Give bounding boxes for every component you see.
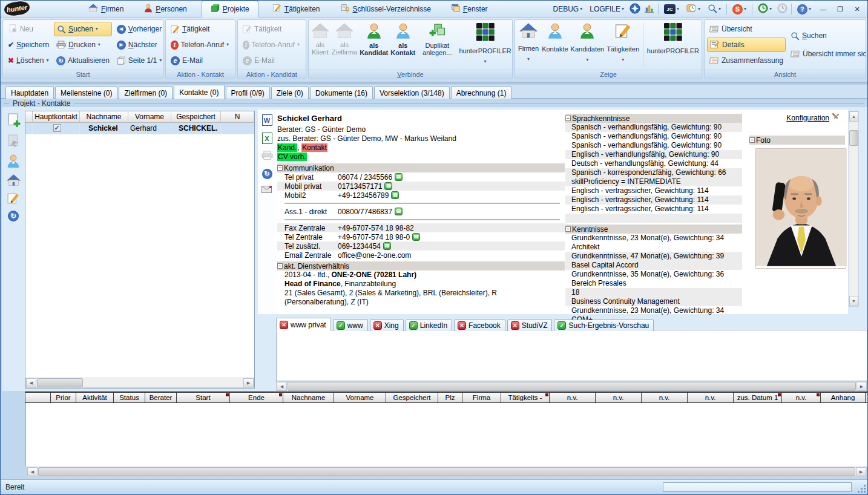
grid-column-gespeichert[interactable]: Gespeichert [386,393,438,402]
menu-schlüssel-verzeichnisse[interactable]: Schlüssel-Verzeichnisse [335,1,437,17]
grid-column-berater[interactable]: Berater [145,393,177,402]
tab-ziele-0[interactable]: Ziele (0) [271,87,309,99]
chart-icon[interactable] [644,3,654,15]
menu-firmen[interactable]: Firmen [82,1,130,16]
als-zielfirma-button[interactable]: als Zielfirma [332,22,357,70]
dial-phone-icon[interactable]: ☎ [395,208,403,215]
naechster-button[interactable]: ▶Nächster [114,38,163,52]
column-header-nachname[interactable]: Nachname [80,111,128,122]
tab-dokumente-16[interactable]: Dokumente (16) [310,87,373,99]
collapse-icon[interactable]: − [277,165,283,171]
menu-tätigkeiten[interactable]: Tätigkeiten [267,1,326,16]
dial-phone-icon[interactable]: ☎ [412,233,420,241]
zeige-firmen-button[interactable]: Firmen▾ [518,22,539,70]
zeige-taetigkeiten-button[interactable]: Tätigkeiten▾ [607,22,639,70]
menu-projekte[interactable]: Projekte [202,1,258,18]
collapse-icon[interactable]: − [749,137,755,143]
drucken-button[interactable]: Drucken▾ [54,38,112,52]
uebersicht-button[interactable]: Übersicht [707,22,786,36]
sprachkenntnisse-section-header[interactable]: −Sprachkenntnisse [565,114,742,123]
column-header-selector[interactable] [25,111,33,122]
restore-button[interactable]: ❐ [833,4,847,15]
contact-person-icon[interactable] [7,154,20,170]
column-header-gespeichert[interactable]: Gespeichert [171,111,221,122]
details-button[interactable]: Details [707,38,786,52]
hauptkontakt-checkbox[interactable]: ✓ [53,124,61,132]
email-kandidat-button[interactable]: eE-Mail [240,53,302,68]
telefon-anruf-button[interactable]: tTelefon-Anruf▾ [168,38,231,52]
column-header-hauptkontakt[interactable]: Hauptkontakt [33,111,80,122]
collapse-icon[interactable]: − [565,116,571,121]
grid-column-zus-datum-1[interactable]: zus. Datum 1 [734,393,782,402]
help-button[interactable]: ?▾ [795,3,813,16]
duplikat-anlegen-button[interactable]: Duplikat anlegen... [422,22,452,70]
contacts-hscrollbar[interactable]: ◀ ▶ [25,378,254,388]
grid-column-n-v[interactable]: n.v. [550,393,596,402]
web-hscrollbar[interactable]: ◀ ▶ [276,381,867,392]
dial-phone-icon[interactable]: ☎ [395,173,403,181]
ansicht-suchen-button[interactable]: Suchen [788,28,866,43]
menu-personen[interactable]: Personen [138,1,192,17]
grid-column-anhang[interactable]: Anhang [821,393,866,402]
refresh-icon[interactable]: ↻ [8,211,19,221]
tab-kontakte-0[interactable]: Kontakte (0) [174,85,224,99]
zeige-kontakte-button[interactable]: Kontakte [542,22,568,70]
tab-hauptdaten[interactable]: Hauptdaten [5,87,54,99]
taetigkeit-button[interactable]: Tätigkeit [168,22,231,36]
contact-row[interactable]: ✓ Schickel Gerhard SCHICKEL. [25,123,254,134]
collapse-icon[interactable]: − [277,263,283,269]
webtab-facebook[interactable]: ✕Facebook [454,320,505,331]
webtab-such-ergebnis-vorschau[interactable]: ✓Such-Ergebnis-Vorschau [554,320,654,331]
grid-column-ende[interactable]: Ende [230,393,283,402]
logfile-button[interactable]: LOGFILE▾ [588,4,626,15]
grid-hscrollbar[interactable]: ◀ ▶ [27,467,867,477]
tab-vorselektion-3-148[interactable]: Vorselektion (3/148) [374,87,450,99]
menu-fenster[interactable]: Fenster [446,1,494,16]
grid-column-nachname[interactable]: Nachname [283,393,334,402]
hunterprofiler-zeige-button[interactable]: hunterPROFILER [647,22,699,70]
remove-contact-icon[interactable] [7,134,21,150]
scroll-left-icon[interactable]: ◀ [27,467,38,476]
dial-phone-icon[interactable]: ☎ [384,182,392,190]
webtab-www[interactable]: ✓www [333,320,368,331]
suchen-button[interactable]: Suchen▾ [54,22,112,36]
scroll-right-icon[interactable]: ▶ [856,467,866,476]
email-button[interactable]: eE-Mail [168,53,231,68]
excel-export-icon[interactable]: X [262,133,272,144]
collapse-icon[interactable]: − [565,226,571,232]
webtab-xing[interactable]: ✕Xing [370,320,404,331]
grid-column-n-v[interactable]: n.v. [688,393,734,402]
refresh-icon[interactable]: ↻ [262,169,272,179]
zeige-kandidaten-button[interactable]: Kandidaten▾ [571,22,605,70]
envelope-icon[interactable] [261,186,272,195]
column-header-vorname[interactable]: Vorname [128,111,171,122]
aktualisieren-button[interactable]: ↻Aktualisieren [54,53,112,68]
grid-column-n-v[interactable]: n.v. [642,393,688,402]
zusammenfassung-button[interactable]: Zusammenfassung [707,53,786,68]
webtab-www-privat[interactable]: ✕www privat [276,318,331,331]
scroll-up-icon[interactable]: ▲ [849,111,858,122]
grid-column-start[interactable]: Start [177,393,230,402]
close-button[interactable]: ✕ [850,4,864,15]
scroll-right-icon[interactable]: ▶ [856,382,867,391]
loeschen-button[interactable]: ✖Löschen▾ [5,53,51,68]
grid-column-firma[interactable]: Firma [462,393,501,402]
tab-profil-0-9[interactable]: Profil (0/9) [226,87,270,99]
scroll-right-icon[interactable]: ▶ [243,378,254,387]
grid-column-vorname[interactable]: Vorname [334,393,386,402]
webtab-studivz[interactable]: ✕StudiVZ [507,320,553,331]
grid-column-n-v[interactable]: n.v. [782,393,821,402]
telefon-anruf-kandidat-button[interactable]: tTelefon-Anruf▾ [240,38,302,52]
timer-stop-icon[interactable] [777,3,787,15]
printer-icon[interactable] [261,151,273,162]
neu-button[interactable]: Neu [5,22,51,36]
kenntnisse-section-header[interactable]: −Kenntnisse [565,225,742,234]
scroll-left-icon[interactable]: ◀ [277,382,287,391]
taetigkeit-kandidat-button[interactable]: Tätigkeit [240,22,302,36]
seite-button[interactable]: Seite 1/1▾ [114,53,163,68]
tab-abrechnung-1[interactable]: Abrechnung (1) [451,87,512,99]
als-klient-button[interactable]: als Klient [311,22,329,70]
grid-column-aktivität[interactable]: Aktivität [76,393,114,402]
add-contact-icon[interactable] [7,113,21,130]
grid-column-selector[interactable] [25,393,51,402]
